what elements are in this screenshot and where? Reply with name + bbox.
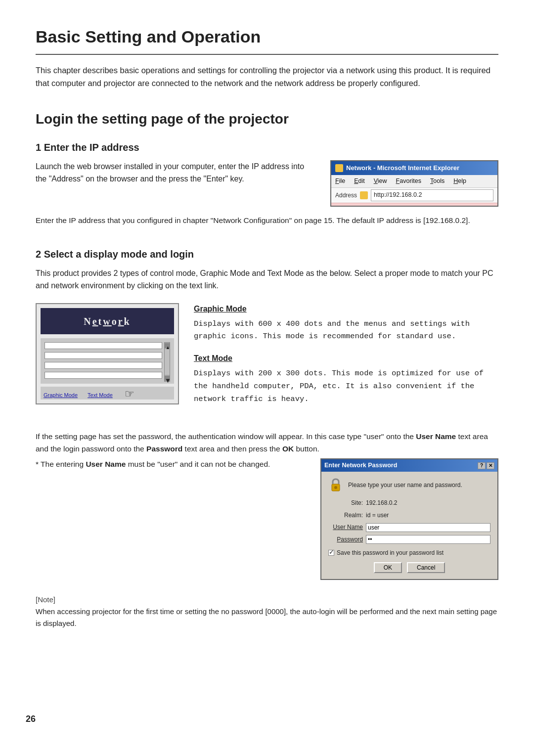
mode-descriptions: Graphic Mode Displays with 600 x 400 dot… [194, 303, 498, 415]
dialog-cancel-button[interactable]: Cancel [407, 562, 445, 573]
ie-menu-tools[interactable]: Tools [430, 177, 445, 186]
ie-pink-bar [331, 203, 497, 206]
section2-title: 2 Select a display mode and login [36, 247, 498, 262]
projector-graphic-mode-link[interactable]: Graphic Mode [44, 391, 78, 400]
password-note-bold: User Name [86, 460, 126, 468]
ie-address-label: Address [335, 191, 357, 200]
password-text3: text area and then press the [182, 445, 282, 453]
dialog-realm-row: Realm: id = user [328, 511, 490, 520]
graphic-mode-text: Displays with 600 x 400 dots and the men… [194, 319, 470, 341]
ie-menu-file[interactable]: File [335, 177, 345, 186]
note-label: [Note] [36, 594, 498, 606]
section1-body: Launch the web browser installed in your… [36, 160, 315, 185]
dialog-realm-label: Realm: [328, 511, 363, 520]
password-text1: If the setting page has set the password… [36, 432, 416, 441]
note-section: [Note] When accessing projector for the … [36, 594, 498, 629]
dialog-checkbox-row: ✓ Save this password in your password li… [328, 548, 490, 558]
ie-menu-help[interactable]: Help [453, 177, 466, 186]
ie-titlebar-icon [335, 164, 343, 172]
note-text: When accessing projector for the first t… [36, 606, 498, 629]
dialog-username-label: User Name [328, 523, 363, 532]
section2: 2 Select a display mode and login This p… [36, 247, 498, 415]
ie-window: Network - Microsoft Internet Explorer Fi… [330, 160, 498, 207]
graphic-mode-label: Graphic Mode [194, 303, 498, 315]
projector-input1 [44, 342, 162, 349]
ie-titlebar: Network - Microsoft Internet Explorer [331, 161, 497, 175]
lock-icon [328, 478, 343, 492]
intro-text: This chapter describes basic operations … [36, 64, 498, 90]
password-bold2: Password [146, 445, 182, 453]
dialog-password-label: Password [328, 535, 363, 544]
page-number: 26 [26, 712, 36, 726]
section2-intro: This product provides 2 types of control… [36, 267, 498, 292]
password-note: * The entering User Name must be "user" … [36, 458, 306, 471]
dialog-prompt: Please type your user name and password. [348, 481, 462, 489]
graphic-mode-entry: Graphic Mode Displays with 600 x 400 dot… [194, 303, 498, 343]
projector-scroll-down[interactable]: ▼ [165, 376, 170, 381]
password-bold1: User Name [416, 432, 456, 441]
projector-form-area: ▲ ▼ [44, 342, 170, 382]
projector-links: Graphic Mode Text Mode ☞ [41, 387, 174, 400]
ie-menubar: File Edit View Favorites Tools Help [331, 175, 497, 188]
dialog-password-row: Password [328, 535, 490, 544]
projector-form-row2 [44, 352, 162, 359]
dialog-site-row: Site: 192.168.0.2 [328, 498, 490, 508]
chapter-title: Basic Setting and Operation [36, 24, 498, 55]
svg-point-1 [334, 486, 337, 489]
dialog-ok-button[interactable]: OK [374, 562, 402, 573]
projector-input3 [44, 362, 162, 369]
dialog-header-row: Please type your user name and password. [328, 478, 490, 492]
login-section-title: Login the setting page of the projector [36, 108, 498, 130]
password-left: * The entering User Name must be "user" … [36, 458, 306, 480]
dialog-site-value: 192.168.0.2 [366, 498, 490, 508]
dialog-username-input[interactable] [366, 523, 490, 532]
password-layout: * The entering User Name must be "user" … [36, 458, 498, 580]
projector-network-text: Network [47, 314, 167, 329]
dialog-titlebar: Enter Network Password ? ✕ [321, 459, 497, 472]
projector-cursor-icon: ☞ [123, 389, 134, 400]
dialog-body: Please type your user name and password.… [321, 472, 497, 579]
projector-form-row1 [44, 342, 162, 349]
section1-note: Enter the IP address that you configured… [36, 215, 498, 227]
projector-input2 [44, 352, 162, 359]
section1-title: 1 Enter the IP address [36, 140, 498, 155]
password-text: If the setting page has set the password… [36, 431, 498, 455]
ie-menu-view[interactable]: View [374, 177, 387, 186]
projector-form-row4 [44, 372, 162, 379]
text-mode-entry: Text Mode Displays with 200 x 300 dots. … [194, 353, 498, 405]
dialog-username-row: User Name [328, 523, 490, 532]
ie-title: Network - Microsoft Internet Explorer [346, 163, 459, 173]
password-section: If the setting page has set the password… [36, 431, 498, 580]
dialog-title: Enter Network Password [324, 461, 397, 470]
dialog-buttons: OK Cancel [328, 562, 490, 573]
dialog-close-button[interactable]: ✕ [487, 462, 494, 469]
section1: 1 Enter the IP address Launch the web br… [36, 140, 498, 227]
dialog-realm-value: id = user [366, 511, 490, 520]
save-password-checkbox[interactable]: ✓ [328, 550, 334, 556]
dialog-password-input[interactable] [366, 535, 490, 544]
projector-text-mode-link[interactable]: Text Mode [88, 391, 113, 400]
password-note-text: must be "user" and it can not be changed… [126, 460, 270, 468]
password-bold3: OK [282, 445, 294, 453]
text-mode-text: Displays with 200 x 300 dots. This mode … [194, 369, 484, 403]
dialog-question-button[interactable]: ? [478, 462, 486, 469]
projector-input4 [44, 372, 162, 379]
ie-url-input[interactable]: http://192.168.0.2 [371, 189, 493, 201]
projector-form-row3 [44, 362, 162, 369]
projector-scrollbar: ▲ ▼ [164, 342, 170, 382]
password-dialog: Enter Network Password ? ✕ [320, 458, 498, 580]
ie-addressbar: Address http://192.168.0.2 [331, 188, 497, 202]
dialog-site-label: Site: [328, 498, 363, 508]
ie-menu-edit[interactable]: Edit [354, 177, 365, 186]
password-note-star: * The entering [36, 460, 86, 468]
ie-menu-favorites[interactable]: Favorites [396, 177, 421, 186]
password-text4: button. [294, 445, 319, 453]
projector-screen: Network [36, 303, 179, 404]
dialog-checkbox-label: Save this password in your password list [337, 548, 444, 558]
projector-scroll-up[interactable]: ▲ [165, 343, 170, 348]
ie-address-icon [360, 191, 368, 199]
text-mode-label: Text Mode [194, 353, 498, 365]
projector-header: Network [41, 308, 174, 334]
